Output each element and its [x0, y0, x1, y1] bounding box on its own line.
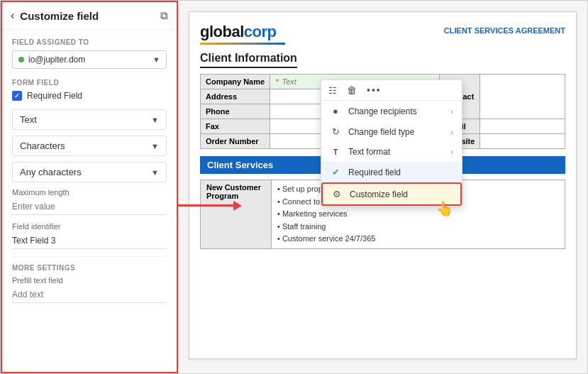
- text-type-label: Text: [20, 114, 151, 125]
- field-identifier-input[interactable]: [12, 233, 167, 249]
- order-number-label: Order Number: [201, 134, 270, 149]
- list-item: Marketing services: [277, 208, 559, 221]
- characters-label: Characters: [20, 141, 151, 151]
- customize-field-item[interactable]: ⚙ Customize field 👆: [321, 182, 462, 206]
- logo-text: globalcorp: [200, 23, 285, 41]
- logo-global: global: [200, 23, 244, 40]
- address-label: Address: [201, 89, 270, 104]
- characters-dropdown[interactable]: Characters ▼: [12, 136, 167, 156]
- any-characters-chevron-icon: ▼: [151, 168, 159, 177]
- required-field-item[interactable]: ✔ Required field: [321, 162, 462, 182]
- panel-header: ‹ Customize field ⧉: [2, 2, 177, 30]
- copy-icon[interactable]: ⧉: [160, 9, 168, 22]
- left-panel: ‹ Customize field ⧉ FIELD ASSIGNED TO io…: [1, 1, 178, 373]
- maximum-length-input[interactable]: [12, 199, 167, 215]
- logo-underline: [200, 43, 285, 45]
- domain-text: io@jupiter.dom: [28, 55, 148, 65]
- program-label: New CustomerProgram: [201, 180, 272, 249]
- field-type-arrow-icon: ›: [450, 128, 453, 136]
- required-field-checkbox[interactable]: [12, 91, 22, 101]
- text-format-icon: T: [330, 148, 341, 156]
- prefill-input[interactable]: [12, 287, 167, 303]
- characters-chevron-icon: ▼: [151, 142, 159, 150]
- required-field-text: Required Field: [27, 91, 82, 101]
- more-settings-label: MORE SETTINGS: [12, 264, 167, 272]
- change-field-icon: ↻: [330, 126, 341, 137]
- domain-status-dot: [18, 57, 24, 62]
- maximum-length-group: Maximum length: [12, 188, 167, 215]
- logo-area: globalcorp: [200, 23, 285, 45]
- required-check-icon: ✔: [330, 167, 341, 177]
- required-field-label: Required field: [348, 167, 453, 177]
- panel-body: FIELD ASSIGNED TO io@jupiter.dom ▼ FORM …: [2, 30, 177, 372]
- form-field-label: FORM FIELD: [12, 79, 167, 87]
- recipients-icon: ●: [330, 106, 341, 116]
- field-identifier-group: Field identifier: [12, 222, 167, 249]
- any-characters-dropdown[interactable]: Any characters ▼: [12, 162, 167, 182]
- change-field-type-item[interactable]: ↻ Change field type ›: [321, 121, 462, 142]
- any-characters-label: Any characters: [20, 167, 151, 177]
- form-field-section: FORM FIELD Required Field Text ▼ Charact…: [12, 79, 167, 249]
- recipients-arrow-icon: ›: [450, 107, 453, 116]
- contact-cell-value: [480, 75, 565, 119]
- website-field[interactable]: [480, 134, 565, 149]
- arrow-indicator: [177, 201, 242, 211]
- right-panel: globalcorp CLIENT SERVICES AGREEMENT Cli…: [178, 1, 587, 373]
- more-options-icon[interactable]: •••: [367, 84, 382, 96]
- field-identifier-label: Field identifier: [12, 222, 167, 231]
- main-container: ‹ Customize field ⧉ FIELD ASSIGNED TO io…: [0, 0, 588, 374]
- text-type-dropdown[interactable]: Text ▼: [12, 109, 167, 130]
- change-recipients-item[interactable]: ● Change recipients ›: [321, 101, 462, 121]
- domain-select[interactable]: io@jupiter.dom ▼: [12, 50, 167, 69]
- change-field-type-label: Change field type: [348, 127, 443, 137]
- customize-field-label: Customize field: [350, 189, 452, 199]
- chevron-down-icon: ▼: [152, 55, 160, 64]
- arrow-head: [233, 201, 242, 211]
- agreement-title: CLIENT SERVICES AGREEMENT: [444, 26, 565, 35]
- delete-icon[interactable]: 🗑: [347, 84, 357, 96]
- logo-corp: corp: [244, 23, 277, 40]
- field-assigned-section: FIELD ASSIGNED TO io@jupiter.dom ▼: [12, 38, 167, 69]
- required-field-row: Required Field: [12, 91, 167, 101]
- panel-title: Customize field: [20, 10, 99, 22]
- change-recipients-label: Change recipients: [348, 106, 443, 116]
- list-item: Customer service 24/7/365: [277, 233, 559, 246]
- text-format-item[interactable]: T Text format ›: [321, 142, 462, 162]
- move-icon[interactable]: ☷: [328, 85, 337, 96]
- maximum-length-label: Maximum length: [12, 188, 167, 197]
- prefill-group: Prefill text field: [12, 276, 167, 303]
- context-menu-toolbar: ☷ 🗑 •••: [321, 80, 462, 101]
- phone-label: Phone: [201, 104, 270, 119]
- field-assigned-label: FIELD ASSIGNED TO: [12, 38, 167, 46]
- list-item: Staff training: [277, 221, 559, 233]
- company-name-label: Company Name: [201, 75, 270, 89]
- arrow-line: [177, 204, 233, 207]
- prefill-label: Prefill text field: [12, 276, 167, 285]
- email-field[interactable]: [480, 119, 565, 134]
- doc-header: globalcorp CLIENT SERVICES AGREEMENT: [200, 23, 565, 45]
- back-button[interactable]: ‹: [11, 9, 14, 22]
- cursor-hand-icon: 👆: [436, 200, 453, 217]
- fax-label: Fax: [201, 119, 270, 134]
- document-area: globalcorp CLIENT SERVICES AGREEMENT Cli…: [189, 11, 577, 359]
- text-chevron-icon: ▼: [151, 116, 159, 124]
- client-section-heading: Client Information: [200, 52, 297, 68]
- customize-icon: ⚙: [331, 189, 343, 199]
- text-format-arrow-icon: ›: [450, 148, 453, 156]
- more-settings-section: MORE SETTINGS Prefill text field: [12, 256, 167, 303]
- context-menu: ☷ 🗑 ••• ● Change recipients › ↻ Change f…: [321, 79, 462, 207]
- text-format-label: Text format: [348, 147, 443, 157]
